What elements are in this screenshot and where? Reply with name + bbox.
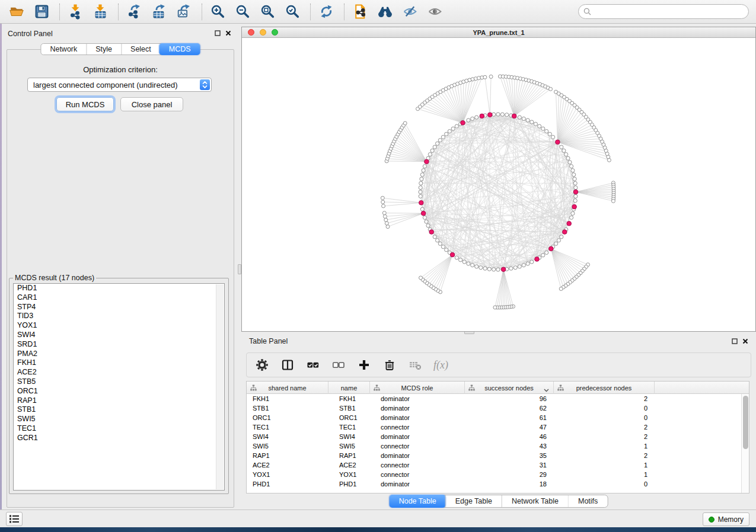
export-image-button[interactable] [174,2,193,21]
mcds-result-item[interactable]: GCR1 [14,434,224,443]
search-input[interactable] [594,8,744,16]
tab-select[interactable]: Select [121,44,160,55]
close-panel-button[interactable]: Close panel [120,97,183,111]
mcds-result-item[interactable]: FKH1 [14,358,224,368]
column-header-successor-nodes[interactable]: successor nodes [465,382,554,394]
cytoscape-app: Control Panel NetworkStyleSelectMCDS Opt… [0,0,756,532]
table-tab-edge-table[interactable]: Edge Table [445,495,502,507]
mcds-result-item[interactable]: SWI4 [14,331,224,340]
cell-name: TEC1 [328,422,370,432]
table-panel-close-button[interactable] [742,338,748,344]
cell-shared-name: YOX1 [247,470,328,479]
create-column-button[interactable] [357,358,371,372]
mcds-result-item[interactable]: PMA2 [14,350,224,359]
cell-name: ORC1 [328,413,370,422]
node-table-header: shared namenameMCDS rolesuccessor nodesp… [247,382,749,394]
table-panel-float-button[interactable] [732,338,738,344]
search-network-button[interactable] [375,2,394,21]
export-table-button[interactable] [149,2,168,21]
column-header-mcds-role[interactable]: MCDS role [370,382,465,394]
column-header-predecessor-nodes[interactable]: predecessor nodes [554,382,655,394]
table-row[interactable]: TEC1TEC1connector472 [247,422,741,432]
criterion-select[interactable]: largest connected component (undirected) [27,78,212,92]
mcds-result-item[interactable]: CAR1 [14,293,224,303]
mcds-result-item[interactable]: TEC1 [14,424,224,434]
unselect-all-columns-button[interactable] [331,358,346,372]
mcds-result-item[interactable]: STB5 [14,377,224,387]
table-row[interactable]: FKH1FKH1dominator962 [247,394,741,403]
toolbar-separator [310,4,311,20]
show-column-panel-icon [281,358,294,371]
import-table-button[interactable] [91,2,110,21]
control-panel-close-button[interactable] [225,30,231,36]
table-row[interactable]: RAP1RAP1dominator352 [247,451,741,460]
column-header-name[interactable]: name [328,382,370,394]
mcds-result-item[interactable]: ORC1 [14,387,224,396]
function-builder-button[interactable]: f(x) [433,359,448,371]
table-row[interactable]: SWI5SWI5connector431 [247,441,741,451]
cell-successor-nodes: 47 [465,422,554,432]
cell-mcds-role: connector [370,441,465,451]
zoom-selected-button[interactable] [283,2,302,21]
table-row[interactable]: ORC1ORC1dominator610 [247,413,741,422]
table-row[interactable]: YOX1YOX1connector291 [247,470,741,479]
cell-predecessor-nodes: 2 [554,432,655,441]
table-row[interactable]: ACE2ACE2connector311 [247,460,741,470]
save-session-button[interactable] [32,2,51,21]
tab-network[interactable]: Network [41,44,86,55]
mcds-result-item[interactable]: PHD1 [14,284,224,293]
delete-columns-button[interactable] [382,358,397,372]
table-tab-motifs[interactable]: Motifs [568,495,607,507]
run-mcds-button[interactable]: Run MCDS [56,97,114,111]
mcds-result-scrollbar[interactable] [216,284,224,489]
table-settings-button[interactable] [255,358,269,372]
task-history-button[interactable] [6,512,23,526]
select-all-columns-button[interactable] [306,358,320,372]
refresh-view-button[interactable] [317,2,336,21]
column-header-shared-name[interactable]: shared name [247,382,328,394]
zoom-fit-button[interactable] [258,2,277,21]
import-network-button[interactable] [66,2,85,21]
mcds-result-item[interactable]: YOX1 [14,321,224,331]
cell-name: SWI5 [328,441,370,451]
table-row[interactable]: STB1STB1dominator620 [247,403,741,413]
network-canvas[interactable] [242,38,755,331]
share-document-button[interactable] [350,2,369,21]
memory-button[interactable]: Memory [703,512,749,526]
cell-mcds-role: dominator [370,413,465,422]
mcds-result-item[interactable]: STB1 [14,405,224,415]
cell-name: YOX1 [328,470,370,479]
mcds-result-item[interactable]: SWI5 [14,415,224,424]
zoom-out-button[interactable] [233,2,252,21]
zoom-in-button[interactable] [208,2,227,21]
export-network-button[interactable] [125,2,143,21]
control-panel: Control Panel NetworkStyleSelectMCDS Opt… [2,27,239,509]
cell-shared-name: SWI4 [247,432,328,441]
hide-selected-button[interactable] [400,2,419,21]
mcds-result-item[interactable]: TID3 [14,312,224,321]
network-window: YPA_prune.txt_1 [241,27,756,332]
control-panel-float-button[interactable] [215,30,221,36]
mcds-result-item[interactable]: SRD1 [14,340,224,350]
export-image-icon [176,4,192,20]
tab-mcds[interactable]: MCDS [160,43,200,55]
tab-style[interactable]: Style [86,44,121,55]
column-header-label: predecessor nodes [576,384,632,392]
table-tab-node-table[interactable]: Node Table [390,495,446,508]
mcds-result-item[interactable]: RAP1 [14,396,224,406]
delete-table-button[interactable] [408,358,422,372]
table-tab-network-table[interactable]: Network Table [502,495,568,507]
show-selected-button[interactable] [425,2,444,21]
zoom-in-icon [210,4,226,20]
table-row[interactable]: PHD1PHD1dominator180 [247,479,741,489]
node-table-scrollbar-thumb[interactable] [743,396,748,449]
cell-predecessor-nodes: 0 [554,403,655,413]
column-type-icon [250,384,257,392]
export-network-icon [126,4,142,20]
show-column-panel-button[interactable] [280,358,295,372]
open-file-button[interactable] [7,2,26,21]
mcds-result-item[interactable]: STP4 [14,303,224,312]
mcds-result-item[interactable]: ACE2 [14,368,224,377]
column-type-icon [468,384,475,392]
table-row[interactable]: SWI4SWI4dominator462 [247,432,741,441]
